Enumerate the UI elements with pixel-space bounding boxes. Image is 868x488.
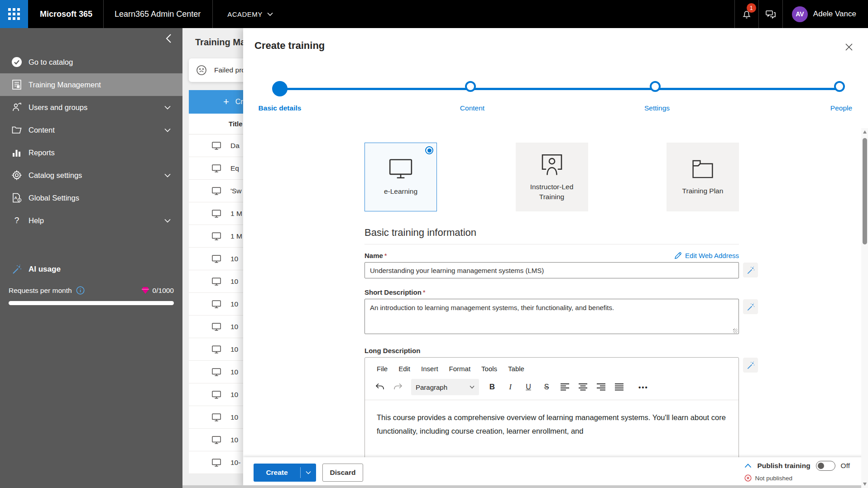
info-icon[interactable] [76,286,85,295]
sidebar-item-training-management[interactable]: Training Management [0,73,182,96]
align-center-button[interactable] [575,379,590,395]
wizard-stepper: Basic details Content Settings People [243,28,868,119]
step-label-settings[interactable]: Settings [644,104,670,112]
undo-button[interactable] [372,379,388,395]
collapse-sidebar-button[interactable] [165,33,172,43]
underline-button[interactable]: U [521,379,536,395]
horizontal-scrollbar[interactable] [182,485,861,488]
step-basic-details-dot[interactable] [272,81,288,96]
create-training-panel: Create training Basic details Content Se… [243,28,868,488]
create-options-button[interactable] [301,471,316,474]
short-description-input[interactable]: An introduction to learning management s… [364,299,739,334]
ai-assist-button[interactable] [743,263,758,277]
sidebar-item-label: Go to catalog [29,58,73,67]
step-label-content[interactable]: Content [460,104,484,112]
editor-menu-item[interactable]: Table [504,363,529,374]
step-people-dot[interactable] [834,81,845,92]
tenant-switcher[interactable]: ACADEMY [227,10,273,18]
step-settings-dot[interactable] [650,81,661,92]
editor-menu-item[interactable]: Format [445,363,475,374]
training-type-cards: e-Learning Instructor-Led Training Train… [364,143,739,211]
italic-button[interactable]: I [503,379,518,395]
vertical-scrollbar[interactable] [861,128,868,488]
scrollbar-thumb[interactable] [863,138,867,244]
tenant-name: ACADEMY [227,10,263,18]
chevron-up-icon[interactable] [744,464,752,468]
training-title: 10 [230,436,238,444]
type-card-label: Training Plan [678,186,728,196]
publish-status-text: Not published [755,475,792,482]
strikethrough-button[interactable]: S [539,379,554,395]
editor-menu-item[interactable]: Tools [477,363,502,374]
step-label-basic-details[interactable]: Basic details [259,104,302,112]
app-launcher-button[interactable] [0,0,28,28]
training-title: 1 M [230,232,242,240]
user-name[interactable]: Adele Vance [813,10,856,19]
type-card-elearning[interactable]: e-Learning [364,143,437,211]
editor-menu-item[interactable]: Edit [394,363,415,374]
chevron-down-icon [267,12,273,16]
align-left-button[interactable] [557,379,572,395]
training-title: 1 M [230,210,242,218]
sidebar-item-label: Global Settings [29,194,79,202]
publish-toggle[interactable] [816,461,835,471]
align-right-button[interactable] [593,379,609,395]
scroll-up-arrow[interactable] [863,130,867,134]
brand-title[interactable]: Microsoft 365 [40,10,92,19]
feedback-button[interactable] [759,0,782,28]
sad-face-icon [196,65,207,76]
sidebar-item-content[interactable]: Content [0,119,182,141]
justify-button[interactable] [611,379,627,395]
panel-footer: Create Discard Publish training Off Not … [243,457,868,488]
discard-button[interactable]: Discard [322,464,363,482]
create-button-label: Create [254,469,300,477]
resize-handle[interactable] [733,329,738,333]
ai-assist-button[interactable] [743,299,758,314]
create-split-button[interactable]: Create [254,464,316,482]
training-title: 10 [230,368,238,376]
training-title: 10 [230,277,238,286]
sidebar-item-help[interactable]: ? Help [0,209,182,232]
type-card-training-plan[interactable]: Training Plan [667,143,739,211]
sidebar-item-label: Training Management [29,81,101,89]
redo-button[interactable] [390,379,406,395]
sidebar-item-go-to-catalog[interactable]: Go to catalog [0,51,182,73]
training-title: 10 [230,300,238,308]
app-title[interactable]: Learn365 Admin Center [115,10,201,19]
step-label-people[interactable]: People [830,104,852,112]
chevron-down-icon [164,219,171,223]
sidebar-item-ai-usage[interactable]: AI usage [0,258,182,281]
training-title: 10 [230,345,238,354]
training-title: 10 [230,413,238,421]
monitor-icon [211,390,221,399]
scroll-down-arrow[interactable] [863,483,867,486]
notifications-button[interactable]: 1 [735,0,758,28]
type-card-instructor-led[interactable]: Instructor-Led Training [516,143,588,211]
stepper-line [280,88,841,90]
radio-checked-icon [425,146,433,154]
monitor-icon [211,458,221,467]
paragraph-style-dropdown[interactable]: Paragraph [411,379,479,395]
name-label: Name [364,252,383,259]
editor-menu-item[interactable]: File [372,363,392,374]
more-tools-button[interactable]: ••• [636,379,651,395]
catalog-check-icon [11,57,22,67]
chevron-down-icon [470,385,475,389]
sidebar-item-global-settings[interactable]: A Global Settings [0,187,182,209]
ai-assist-button[interactable] [743,358,758,373]
training-title: 'Sw [230,187,242,195]
step-content-dot[interactable] [465,81,476,92]
toggle-knob [818,463,824,469]
bold-button[interactable]: B [484,379,500,395]
sidebar-item-reports[interactable]: Reports [0,141,182,164]
sidebar-item-users-and-groups[interactable]: Users and groups [0,96,182,119]
gear-icon [11,170,22,181]
name-input[interactable] [364,262,739,278]
long-description-content[interactable]: This course provides a comprehensive ove… [365,400,739,438]
editor-menu-item[interactable]: Insert [417,363,443,374]
avatar[interactable]: AV [792,6,808,22]
sidebar-item-catalog-settings[interactable]: Catalog settings [0,164,182,187]
edit-web-address-link[interactable]: Edit Web Address [674,252,739,259]
svg-text:A: A [14,196,18,200]
magic-wand-icon [746,302,755,311]
